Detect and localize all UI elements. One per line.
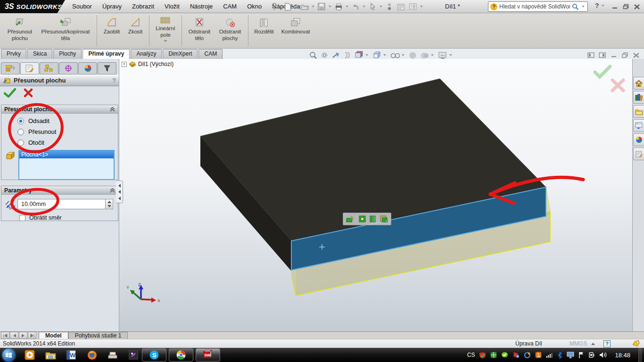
next-tab-button[interactable] [19,332,27,339]
reverse-direction-checkbox[interactable] [19,215,25,221]
move-copy-bodies-button[interactable]: Přesunout/kopírovat těla [37,15,94,47]
chrome-taskbar-button[interactable] [169,348,193,362]
options-dropdown-icon[interactable] [420,6,423,8]
units-dropdown-icon[interactable] [591,343,595,345]
tab-skica[interactable]: Skica [27,49,52,59]
displaymanager-tab[interactable] [78,62,97,74]
previous-tab-button[interactable] [10,332,18,339]
file-explorer-icon[interactable] [633,105,644,118]
word-icon[interactable]: W [65,349,77,361]
hide-show-items-icon[interactable] [409,51,417,59]
chamfer-button[interactable]: Zkosit [124,15,147,47]
skype-taskbar-button[interactable]: S [142,348,166,362]
motion-study-tab[interactable]: Pohybová studie 1 [68,332,128,339]
face-settings-context-icon[interactable] [380,215,388,223]
units-label[interactable]: MMGS [570,339,587,348]
language-indicator[interactable]: CS [467,352,475,358]
scene-dropdown-icon[interactable] [449,54,452,56]
fillet-button[interactable]: Zaoblit [99,15,124,47]
options-list-icon[interactable] [407,1,419,12]
tab-dimxpert[interactable]: DimXpert [163,49,198,59]
selection-item[interactable]: Plocha<1> [19,151,114,158]
menu-cam[interactable]: CAM [218,0,242,13]
custom-properties-icon[interactable] [633,148,644,160]
distance-input[interactable] [17,199,106,209]
new-dropdown-icon[interactable] [295,6,297,8]
quick-tips-icon[interactable]: ? [603,340,611,347]
antivirus-icon[interactable] [479,352,486,359]
display-style-icon[interactable] [390,52,405,58]
previous-view-icon[interactable] [344,51,351,59]
java-icon[interactable] [535,352,542,358]
messenger-icon[interactable] [501,352,508,358]
model-tab[interactable]: Model [39,332,68,339]
save-icon[interactable] [316,1,327,12]
help-dropdown-icon[interactable] [602,5,604,7]
combine-button[interactable]: Kombinovat [277,15,314,47]
new-document-icon[interactable] [282,1,293,12]
menu-pin-icon[interactable] [271,3,278,10]
document-restore-icon[interactable] [620,51,629,59]
display-style-dropdown-icon[interactable] [402,54,405,56]
zoom-area-icon[interactable] [321,51,329,59]
spinner-down-icon[interactable] [107,205,111,207]
menu-upravy[interactable]: Úpravy [97,0,127,13]
selection-listbox[interactable]: Plocha<1> [18,150,115,180]
spinner-up-icon[interactable] [107,201,111,203]
panel-collapse-handle[interactable] [116,181,123,203]
firefox-icon[interactable] [86,349,98,361]
first-tab-button[interactable] [1,332,9,339]
taskbar-clock[interactable]: 18:48 [615,352,630,359]
display-settings-icon[interactable] [567,352,574,358]
radio-otocit-dot[interactable] [17,140,24,146]
power-plug-icon[interactable] [588,352,595,358]
move-face-context-icon[interactable] [346,215,355,223]
search-dropdown-icon[interactable] [582,6,585,8]
tag-icon[interactable] [632,340,640,347]
help-button[interactable]: ? [595,2,605,9]
section-view-icon[interactable] [354,51,369,59]
home-icon[interactable] [633,77,644,90]
configurationmanager-tab[interactable] [40,62,58,74]
defender-icon[interactable] [490,352,497,358]
tab-prime-upravy[interactable]: Přímé úpravy [83,49,130,59]
linear-pattern-button[interactable]: Lineární pole [152,15,179,47]
file-properties-icon[interactable] [396,1,407,12]
file-explorer-taskbar-icon[interactable] [44,349,57,361]
scanner-icon[interactable] [107,349,119,361]
toggle-states-icon[interactable] [384,1,395,12]
bluetooth-icon[interactable] [557,352,562,359]
reverse-direction-row[interactable]: Obrátit směr [19,214,118,221]
radio-presunout[interactable]: Přesunout [17,128,118,135]
menu-soubor[interactable]: Soubor [67,0,97,13]
menu-zobrazit[interactable]: Zobrazit [127,0,159,13]
section-view-dropdown-icon[interactable] [365,54,368,56]
pm-help-icon[interactable]: ? [112,77,116,84]
save-dropdown-icon[interactable] [329,6,331,8]
search-magnifier-icon[interactable] [572,3,579,10]
volume-icon[interactable] [599,352,607,358]
apply-scene-icon[interactable] [438,51,453,59]
signal-strength-icon[interactable] [546,352,553,358]
photo-editor-icon[interactable] [127,349,140,361]
move-face-group-header[interactable]: Přesunout plochu [1,105,118,114]
window-minimize-button[interactable] [610,3,619,10]
view-orientation-icon[interactable] [372,51,387,59]
offset-face-context-icon[interactable] [358,215,366,223]
print-dropdown-icon[interactable] [346,6,348,8]
feature-tree-root[interactable]: + Díl1 (Výchozí) [122,61,173,67]
appearance-dropdown-icon[interactable] [431,54,434,56]
delete-body-button[interactable]: Odstranit tělo [184,15,215,47]
cancel-button[interactable] [24,88,33,98]
edit-appearance-icon[interactable] [420,51,435,59]
delete-face-button[interactable]: Odstranit plochy [215,15,246,47]
radio-odsadit-dot[interactable] [17,118,24,124]
open-icon[interactable] [299,1,310,12]
update-ring-icon[interactable] [524,352,531,359]
menu-nastroje[interactable]: Nástroje [185,0,218,13]
magnifying-glass-icon[interactable] [332,51,340,59]
copy-face-context-icon[interactable] [369,215,376,223]
filter-tab[interactable] [98,62,116,74]
tab-prvky[interactable]: Prvky [1,49,26,59]
tree-expand-icon[interactable]: + [122,62,127,67]
